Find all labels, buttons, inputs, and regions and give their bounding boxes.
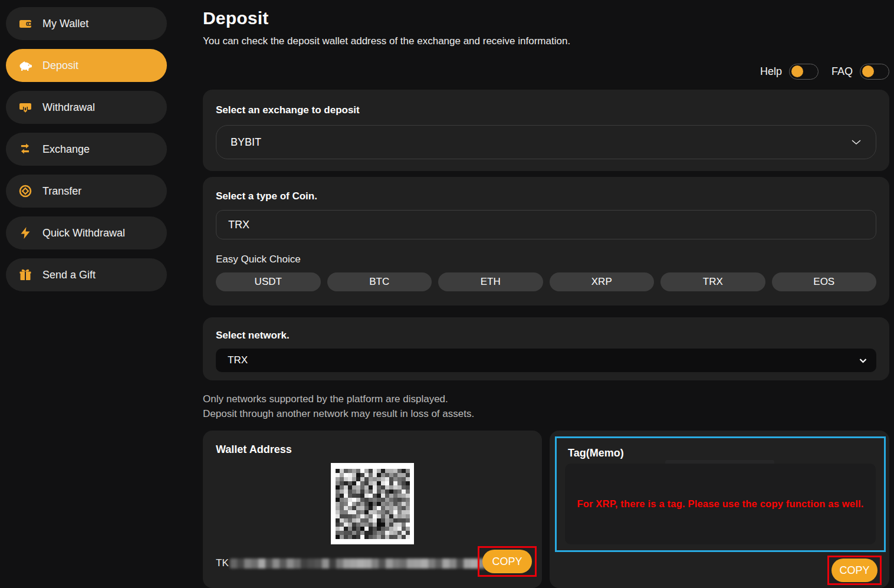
sidebar-item-label: Transfer [42,185,81,198]
wallet-address-panel: Wallet Address TK COPY [203,431,542,588]
main-content: Deposit You can check the deposit wallet… [203,0,889,588]
note-line-1: Only networks supported by the platform … [203,392,474,406]
network-select[interactable]: TRX [216,349,876,372]
sidebar-item-my-wallet[interactable]: My Wallet [6,7,167,40]
card-withdraw-icon [18,100,32,114]
exchange-selected-value: BYBIT [231,136,261,149]
page-subtitle: You can check the deposit wallet address… [203,35,889,47]
sidebar-item-transfer[interactable]: Transfer [6,175,167,208]
quick-choice-eos-button[interactable]: EOS [772,272,877,291]
tag-memo-title: Tag(Memo) [557,438,884,459]
quick-choice-usdt-button[interactable]: USDT [216,272,321,291]
quick-choice-label: Easy Quick Choice [216,254,876,265]
sidebar-item-label: Quick Withdrawal [42,227,125,239]
lightning-icon [18,226,32,240]
wallet-address-prefix: TK [216,557,229,569]
tag-memo-warning-text: For XRP, there is a tag. Please use the … [565,498,875,510]
network-card: Select network. TRX [203,317,889,380]
transfer-icon [18,184,32,198]
sidebar-item-label: Exchange [42,143,90,156]
quick-choice-xrp-button[interactable]: XRP [550,272,655,291]
quick-choice-eth-button[interactable]: ETH [438,272,543,291]
faq-toggle-knob [862,65,874,77]
tag-memo-highlight-box: Tag(Memo) For XRP, there is a tag. Pleas… [555,436,886,552]
quick-choice-btc-button[interactable]: BTC [327,272,432,291]
sidebar-item-quick-withdrawal[interactable]: Quick Withdrawal [6,216,167,249]
sidebar-item-withdrawal[interactable]: Withdrawal [6,91,167,124]
sidebar-item-send-a-gift[interactable]: Send a Gift [6,258,167,291]
qr-pixelated-mosaic [336,469,410,539]
coin-section-label: Select a type of Coin. [216,177,876,202]
sidebar-item-label: Send a Gift [42,269,96,281]
quick-choice-trx-button[interactable]: TRX [660,272,765,291]
quick-choice-row: USDT BTC ETH XRP TRX EOS [216,272,876,291]
gift-icon [18,268,32,282]
page-title: Deposit [203,0,889,28]
faq-toggle-label: FAQ [831,65,853,78]
chevron-down-icon [851,136,862,149]
wallet-copy-button[interactable]: COPY [482,550,532,573]
tag-memo-field: For XRP, there is a tag. Please use the … [565,464,876,544]
faq-toggle[interactable] [860,64,889,80]
wallet-icon [18,17,32,31]
network-notes: Only networks supported by the platform … [203,392,474,421]
tag-copy-button[interactable]: COPY [831,559,877,582]
sidebar-item-deposit[interactable]: Deposit [6,49,167,82]
sidebar-item-label: My Wallet [42,18,88,30]
sidebar: My Wallet Deposit Withdrawal Exchange Tr… [6,7,167,300]
piggy-bank-icon [18,58,32,73]
wallet-address-title: Wallet Address [203,431,542,456]
network-section-label: Select network. [216,317,876,341]
coin-card: Select a type of Coin. TRX Easy Quick Ch… [203,177,889,306]
tag-memo-panel: Tag(Memo) For XRP, there is a tag. Pleas… [550,431,889,588]
faq-toggle-group: FAQ [831,64,889,80]
sidebar-item-exchange[interactable]: Exchange [6,133,167,166]
help-toggle-group: Help [760,64,819,80]
sidebar-item-label: Deposit [42,60,78,72]
coin-input-value: TRX [228,219,249,231]
exchange-section-label: Select an exchange to deposit [216,90,876,116]
qr-code-image [331,463,414,544]
exchange-arrows-icon [18,142,32,156]
help-toggle-label: Help [760,65,782,78]
note-line-2: Deposit through another network may resu… [203,406,474,421]
tag-copy-highlight-box: COPY [827,556,882,585]
help-faq-toggles: Help FAQ [760,64,889,80]
exchange-card: Select an exchange to deposit BYBIT [203,90,889,171]
sidebar-item-label: Withdrawal [42,101,95,114]
network-selected-value: TRX [228,354,248,366]
help-toggle-knob [791,65,803,77]
exchange-select[interactable]: BYBIT [216,125,876,159]
help-toggle[interactable] [789,64,819,80]
coin-input[interactable]: TRX [216,210,876,239]
wallet-copy-highlight-box: COPY [478,546,537,577]
chevron-down-icon [859,354,867,366]
